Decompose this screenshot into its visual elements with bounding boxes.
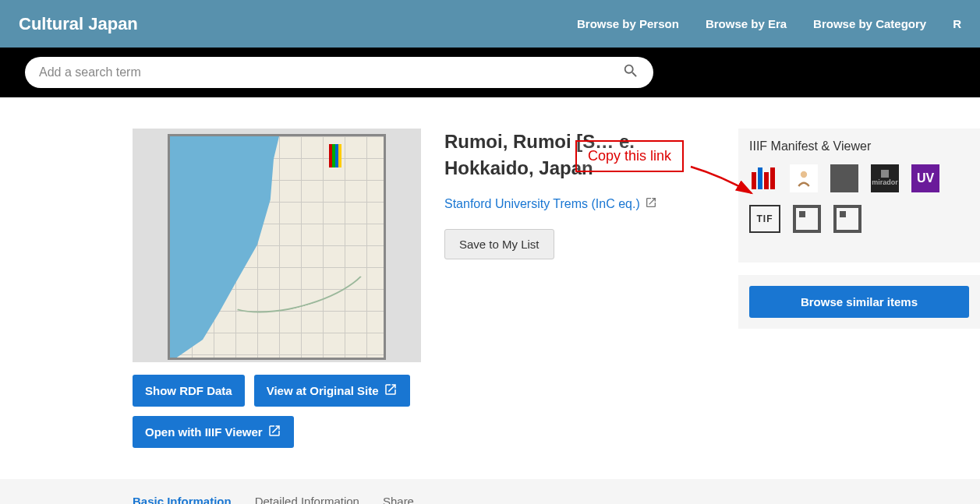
- tab-detailed-information[interactable]: Detailed Information: [255, 495, 359, 504]
- nav-more[interactable]: R: [953, 17, 961, 30]
- mirador-dark-icon[interactable]: mirador: [871, 164, 899, 192]
- middle-column: Rumoi, Rumoi [S… e. Hokkaido, Japan Stan…: [444, 129, 715, 448]
- viewer-option-1-icon[interactable]: [793, 205, 821, 233]
- source-link[interactable]: Stanford University Trems (InC eq.): [444, 196, 657, 212]
- left-column: Show RDF Data View at Original Site Open…: [133, 129, 421, 448]
- viewer-option-2-icon[interactable]: [833, 205, 861, 233]
- search-container: [25, 57, 653, 88]
- item-preview-image[interactable]: [133, 129, 421, 362]
- nav-browse-category[interactable]: Browse by Category: [813, 17, 926, 30]
- nav-browse-person[interactable]: Browse by Person: [577, 17, 679, 30]
- top-header: Cultural Japan Browse by Person Browse b…: [0, 0, 980, 48]
- viewer-icon-grid: mirador UV TIF: [749, 164, 969, 233]
- view-original-button[interactable]: View at Original Site: [254, 375, 410, 407]
- external-link-icon: [384, 382, 398, 399]
- search-input[interactable]: [39, 65, 622, 79]
- external-link-icon: [267, 424, 281, 440]
- show-rdf-button[interactable]: Show RDF Data: [133, 375, 245, 407]
- nav-browse-era[interactable]: Browse by Era: [706, 17, 787, 30]
- tab-share[interactable]: Share: [383, 495, 414, 504]
- browse-similar-button[interactable]: Browse similar items: [749, 286, 969, 318]
- save-to-list-button[interactable]: Save to My List: [444, 229, 554, 259]
- search-section: [0, 48, 980, 97]
- right-column: IIIF Manifest & Viewer mirador UV TIF Br…: [738, 129, 980, 448]
- annotation-callout: Copy this link: [575, 140, 684, 172]
- external-link-icon: [645, 196, 657, 212]
- curation-viewer-icon[interactable]: [790, 164, 818, 192]
- site-logo[interactable]: Cultural Japan: [19, 14, 138, 34]
- iiif-section-title: IIIF Manifest & Viewer: [749, 139, 969, 153]
- annotation-arrow-icon: [691, 160, 761, 210]
- tab-basic-information[interactable]: Basic Information: [133, 495, 232, 504]
- mirador-grey-icon[interactable]: [830, 164, 858, 192]
- svg-point-0: [801, 171, 807, 178]
- uv-viewer-icon[interactable]: UV: [911, 164, 939, 192]
- main-content: Show RDF Data View at Original Site Open…: [0, 97, 980, 448]
- search-icon[interactable]: [622, 62, 639, 83]
- open-iiif-viewer-button[interactable]: Open with IIIF Viewer: [133, 416, 294, 448]
- tabs-section: Basic Information Detailed Information S…: [0, 479, 980, 504]
- main-nav: Browse by Person Browse by Era Browse by…: [577, 17, 961, 30]
